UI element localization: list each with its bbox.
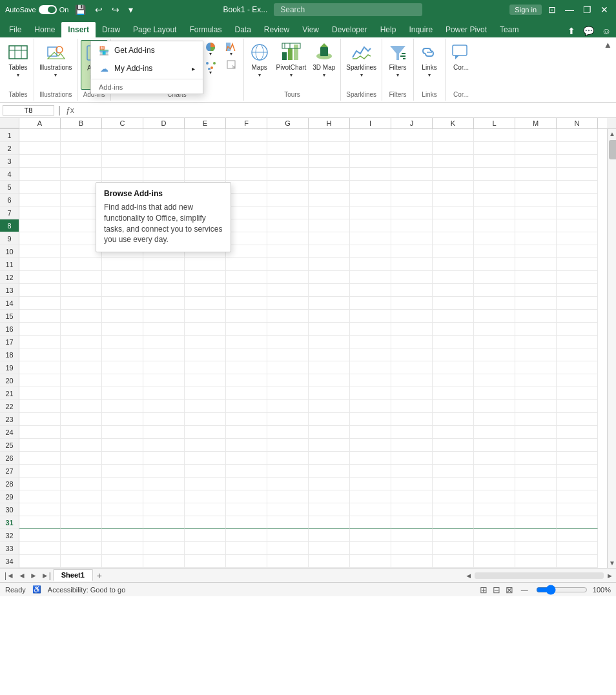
col-header-f[interactable]: F	[226, 118, 267, 128]
grid-cell[interactable]	[267, 387, 309, 400]
grid-cell[interactable]	[102, 555, 143, 568]
grid-cell[interactable]	[474, 284, 515, 297]
grid-cell[interactable]	[267, 452, 309, 465]
grid-cell[interactable]	[350, 503, 391, 516]
grid-cell[interactable]	[350, 426, 391, 439]
grid-cell[interactable]	[185, 129, 226, 142]
grid-cell[interactable]	[391, 310, 433, 323]
redo-icon-btn[interactable]: ↪	[109, 3, 122, 16]
tab-formulas[interactable]: Formulas	[183, 22, 228, 37]
grid-cell[interactable]	[143, 348, 185, 361]
grid-cell[interactable]	[515, 155, 557, 168]
grid-cell[interactable]	[515, 206, 557, 219]
grid-cell[interactable]	[391, 271, 433, 284]
grid-cell[interactable]	[226, 219, 267, 232]
grid-cell[interactable]	[557, 478, 598, 490]
grid-cell[interactable]	[143, 155, 185, 168]
grid-cell[interactable]	[433, 336, 474, 348]
grid-cell[interactable]	[474, 129, 515, 142]
grid-cell[interactable]	[433, 465, 474, 478]
grid-cell[interactable]	[102, 529, 143, 542]
scatter-chart-btn[interactable]: ▾	[201, 59, 220, 77]
grid-cell[interactable]	[185, 155, 226, 168]
row-27[interactable]: 27	[0, 465, 19, 478]
grid-cell[interactable]	[102, 400, 143, 413]
grid-cell[interactable]	[143, 426, 185, 439]
grid-cell[interactable]	[433, 348, 474, 361]
grid-cell[interactable]	[185, 400, 226, 413]
grid-cell[interactable]	[267, 245, 309, 258]
grid-cell[interactable]	[474, 387, 515, 400]
vertical-scrollbar[interactable]: ▲ ▼	[607, 129, 616, 568]
grid-cell[interactable]	[474, 219, 515, 232]
grid-cell[interactable]	[102, 336, 143, 348]
grid-cell[interactable]	[102, 297, 143, 310]
grid-cell[interactable]	[267, 529, 309, 542]
grid-cell[interactable]	[433, 297, 474, 310]
grid-cell[interactable]	[309, 452, 350, 465]
grid-cell[interactable]	[433, 516, 474, 529]
grid-cell[interactable]	[433, 478, 474, 490]
row-32[interactable]: 32	[0, 529, 19, 542]
grid-cell[interactable]	[226, 387, 267, 400]
add-sheet-btn[interactable]: +	[94, 570, 105, 581]
grid-cell[interactable]	[557, 232, 598, 245]
grid-cell[interactable]	[557, 490, 598, 503]
grid-cell[interactable]	[474, 323, 515, 336]
grid-cell[interactable]	[309, 271, 350, 284]
grid-cell[interactable]	[515, 194, 557, 206]
grid-cell[interactable]	[557, 374, 598, 387]
grid-cell[interactable]	[309, 478, 350, 490]
grid-cell[interactable]	[226, 336, 267, 348]
row-30[interactable]: 30	[0, 503, 19, 516]
grid-cell[interactable]	[515, 542, 557, 555]
grid-cell[interactable]	[267, 310, 309, 323]
grid-cell[interactable]	[350, 336, 391, 348]
grid-cell[interactable]	[391, 490, 433, 503]
col-header-j[interactable]: J	[391, 118, 433, 128]
grid-cell[interactable]	[350, 348, 391, 361]
grid-cell[interactable]	[350, 387, 391, 400]
grid-cell[interactable]	[557, 336, 598, 348]
grid-cell[interactable]	[515, 361, 557, 374]
grid-cell[interactable]	[61, 310, 102, 323]
grid-cell[interactable]	[557, 206, 598, 219]
grid-cell[interactable]	[557, 426, 598, 439]
grid-cell[interactable]	[267, 219, 309, 232]
grid-cell[interactable]	[143, 439, 185, 452]
grid-cell[interactable]	[557, 129, 598, 142]
grid-cell[interactable]	[515, 129, 557, 142]
grid-cell[interactable]	[61, 465, 102, 478]
grid-cell[interactable]	[226, 361, 267, 374]
grid-cell[interactable]	[515, 142, 557, 155]
grid-cell[interactable]	[19, 478, 61, 490]
grid-cell[interactable]	[391, 142, 433, 155]
grid-cell[interactable]	[433, 206, 474, 219]
grid-cell[interactable]	[474, 181, 515, 194]
grid-cell[interactable]	[267, 206, 309, 219]
grid-cell[interactable]	[226, 516, 267, 529]
col-header-a[interactable]: A	[19, 118, 61, 128]
grid-cell[interactable]	[433, 271, 474, 284]
grid-cell[interactable]	[226, 542, 267, 555]
grid-cell[interactable]	[267, 361, 309, 374]
tab-data[interactable]: Data	[228, 22, 257, 37]
grid-cell[interactable]	[557, 452, 598, 465]
grid-cell[interactable]	[267, 542, 309, 555]
grid-cell[interactable]	[19, 516, 61, 529]
page-break-view-btn[interactable]: ⊠	[506, 585, 513, 595]
grid-cell[interactable]	[143, 323, 185, 336]
grid-cell[interactable]	[557, 348, 598, 361]
grid-cell[interactable]	[143, 336, 185, 348]
autosave-toggle-btn[interactable]	[39, 5, 57, 14]
grid-cell[interactable]	[350, 439, 391, 452]
tab-developer[interactable]: Developer	[325, 22, 374, 37]
row-5[interactable]: 5	[0, 181, 19, 194]
grid-cell[interactable]	[391, 129, 433, 142]
links-btn[interactable]: Links ▾	[416, 40, 442, 80]
tab-power-pivot[interactable]: Power Pivot	[439, 22, 493, 37]
grid-cell[interactable]	[102, 348, 143, 361]
row-10[interactable]: 10	[0, 245, 19, 258]
grid-cell[interactable]	[226, 452, 267, 465]
grid-cell[interactable]	[391, 478, 433, 490]
